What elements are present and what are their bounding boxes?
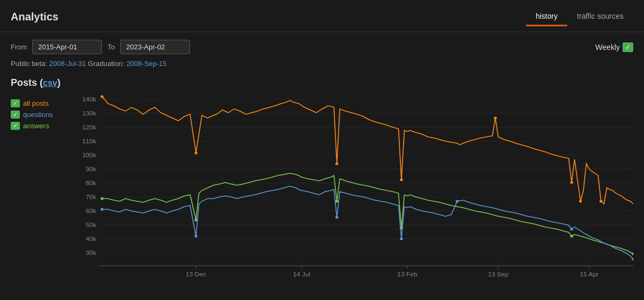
weekly-checkmark: ✓	[623, 42, 633, 52]
from-date-input[interactable]	[32, 40, 102, 54]
to-label: To	[107, 43, 115, 51]
controls-bar: From To Weekly ✓	[0, 32, 644, 57]
svg-text:80k: 80k	[86, 180, 97, 186]
svg-point-39	[400, 179, 402, 181]
svg-point-46	[335, 200, 338, 203]
svg-point-37	[194, 152, 197, 155]
svg-point-44	[100, 197, 103, 200]
svg-point-40	[494, 117, 496, 120]
graduation-date-link[interactable]: 2008-Sep-15	[126, 60, 166, 68]
weekly-label: Weekly	[595, 43, 620, 52]
svg-text:15 Apr: 15 Apr	[580, 271, 599, 277]
all-posts-check: ✓	[11, 99, 20, 107]
svg-point-54	[456, 200, 458, 203]
svg-text:40k: 40k	[86, 236, 97, 242]
weekly-toggle[interactable]: Weekly ✓	[595, 42, 633, 52]
svg-text:30k: 30k	[86, 250, 97, 255]
svg-text:110k: 110k	[82, 138, 96, 144]
legend-item-all-posts[interactable]: ✓ all posts	[11, 99, 70, 107]
svg-text:14 Jul: 14 Jul	[293, 271, 310, 277]
svg-point-55	[570, 228, 573, 231]
legend-item-questions[interactable]: ✓ questions	[11, 111, 70, 119]
chart-container: 140k 130k 120k 110k 100k 90k 80k 70k 60k…	[70, 94, 633, 287]
svg-text:130k: 130k	[82, 110, 96, 116]
all-posts-label: all posts	[23, 99, 49, 107]
tabs: history traffic sources	[526, 8, 633, 26]
posts-section-title: Posts (csv)	[0, 73, 644, 92]
from-label: From	[11, 43, 27, 51]
legend-item-answers[interactable]: ✓ answers	[11, 122, 70, 130]
svg-text:50k: 50k	[86, 222, 97, 228]
svg-text:13 Feb: 13 Feb	[397, 271, 417, 277]
svg-text:100k: 100k	[82, 152, 96, 158]
svg-point-42	[579, 200, 582, 203]
svg-text:70k: 70k	[86, 194, 97, 200]
questions-label: questions	[23, 111, 53, 119]
svg-point-51	[194, 235, 197, 238]
to-date-input[interactable]	[120, 40, 190, 54]
tab-traffic-sources[interactable]: traffic sources	[567, 8, 633, 26]
questions-check: ✓	[11, 111, 20, 119]
svg-point-52	[335, 216, 338, 219]
tab-history[interactable]: history	[526, 8, 567, 26]
svg-text:90k: 90k	[86, 166, 97, 172]
csv-link[interactable]: csv	[43, 78, 57, 87]
svg-point-43	[599, 200, 602, 203]
answers-label: answers	[23, 122, 49, 130]
chart-legend: ✓ all posts ✓ questions ✓ answers	[11, 94, 70, 287]
beta-date-link[interactable]: 2008-Jul-31	[49, 60, 86, 68]
svg-text:140k: 140k	[82, 96, 96, 102]
chart-svg: 140k 130k 120k 110k 100k 90k 80k 70k 60k…	[70, 94, 633, 287]
chart-area: ✓ all posts ✓ questions ✓ answers	[0, 94, 644, 287]
svg-point-38	[335, 163, 338, 165]
svg-text:13 Dec: 13 Dec	[186, 271, 206, 277]
svg-point-41	[570, 181, 573, 184]
svg-text:120k: 120k	[82, 124, 96, 130]
svg-point-36	[100, 96, 103, 98]
svg-point-53	[400, 238, 402, 240]
header: Analytics history traffic sources	[0, 0, 644, 32]
svg-point-48	[570, 235, 573, 238]
answers-check: ✓	[11, 122, 20, 130]
public-beta-bar: Public beta: 2008-Jul-31 Graduation: 200…	[0, 57, 644, 73]
graduation-label: Graduation:	[88, 60, 127, 68]
svg-text:13 Sep: 13 Sep	[488, 271, 508, 277]
svg-text:60k: 60k	[86, 208, 97, 214]
public-beta-label: Public beta:	[11, 60, 47, 68]
svg-point-50	[100, 208, 103, 211]
page-title: Analytics	[11, 11, 58, 23]
